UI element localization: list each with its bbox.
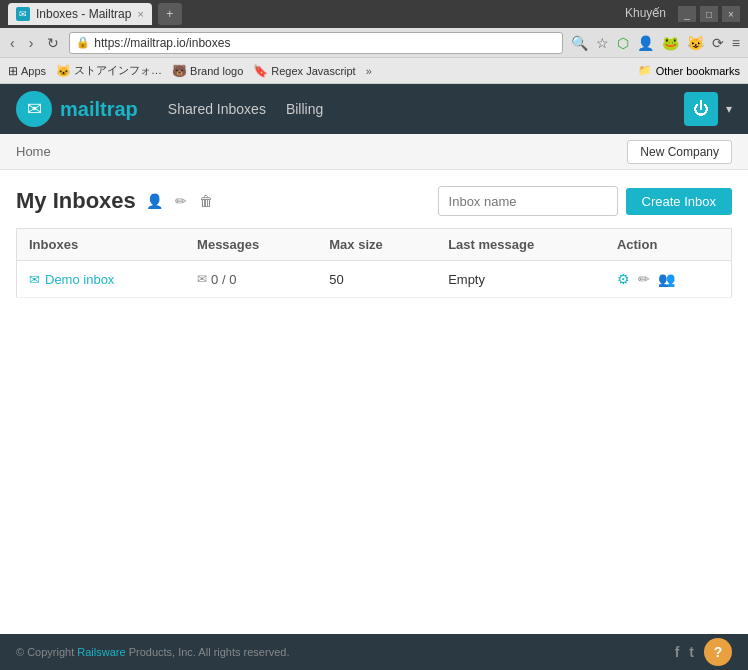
store-bookmark-label: ストアインフォ…	[74, 63, 162, 78]
billing-link[interactable]: Billing	[286, 101, 323, 117]
bookmark-brand[interactable]: 🐻 Brand logo	[172, 64, 243, 78]
demo-inbox-link[interactable]: ✉ Demo inbox	[29, 272, 173, 287]
edit-btn[interactable]: ✏	[638, 271, 650, 287]
brand-bookmark-label: Brand logo	[190, 65, 243, 77]
lock-icon: 🔒	[76, 36, 90, 49]
app-header: ✉ mailtrap Shared Inboxes Billing ⏻ ▾	[0, 84, 748, 134]
tab-close-btn[interactable]: ×	[137, 8, 143, 20]
footer-copyright: © Copyright Railsware Products, Inc. All…	[16, 646, 289, 658]
cell-inbox-name: ✉ Demo inbox	[17, 261, 186, 298]
create-inbox-btn[interactable]: Create Inbox	[626, 188, 732, 215]
app-footer: © Copyright Railsware Products, Inc. All…	[0, 634, 748, 670]
address-bar[interactable]: 🔒 https://mailtrap.io/inboxes	[69, 32, 562, 54]
table-header: Inboxes Messages Max size Last message A…	[17, 229, 732, 261]
other-bookmarks-icon: 📁	[638, 64, 652, 77]
col-lastmessage: Last message	[436, 229, 605, 261]
window-controls: Khuyến _ □ ×	[625, 6, 740, 22]
header-nav: Shared Inboxes Billing	[168, 101, 684, 117]
apps-bookmark-label: Apps	[21, 65, 46, 77]
inboxes-title: My Inboxes	[16, 188, 136, 214]
action-icons: ⚙ ✏ 👥	[617, 271, 719, 287]
emoji1-icon[interactable]: 🐸	[660, 33, 681, 53]
bookmarks-more-btn[interactable]: »	[366, 65, 372, 77]
profile-icon[interactable]: 👤	[635, 33, 656, 53]
browser-titlebar: ✉ Inboxes - Mailtrap × + Khuyến _ □ ×	[0, 0, 748, 28]
emoji2-icon[interactable]: 😺	[685, 33, 706, 53]
message-count: ✉ 0 / 0	[197, 272, 305, 287]
forward-btn[interactable]: ›	[25, 33, 38, 53]
shared-inboxes-link[interactable]: Shared Inboxes	[168, 101, 266, 117]
logo-icon: ✉	[16, 91, 52, 127]
bookmark-store[interactable]: 🐱 ストアインフォ…	[56, 63, 162, 78]
message-count-value: 0 / 0	[211, 272, 236, 287]
users-btn[interactable]: 👥	[658, 271, 675, 287]
bookmark-apps[interactable]: ⊞ Apps	[8, 64, 46, 78]
extensions-icon[interactable]: ⬡	[615, 33, 631, 53]
new-company-btn[interactable]: New Company	[627, 140, 732, 164]
address-text: https://mailtrap.io/inboxes	[94, 36, 230, 50]
col-inboxes: Inboxes	[17, 229, 186, 261]
back2-icon[interactable]: ⟳	[710, 33, 726, 53]
apps-bookmark-icon: ⊞	[8, 64, 18, 78]
breadcrumb-bar: Home New Company	[0, 134, 748, 170]
settings-icon: ⚙	[617, 271, 630, 287]
help-btn[interactable]: ?	[704, 638, 732, 666]
bookmarks-bar: ⊞ Apps 🐱 ストアインフォ… 🐻 Brand logo 🔖 Regex J…	[0, 58, 748, 84]
search-icon[interactable]: 🔍	[569, 33, 590, 53]
star-icon[interactable]: ☆	[594, 33, 611, 53]
header-right: ⏻ ▾	[684, 92, 732, 126]
close-btn[interactable]: ×	[722, 6, 740, 22]
refresh-btn[interactable]: ↻	[43, 33, 63, 53]
person-icon: 👤	[146, 193, 163, 209]
brand-bookmark-icon: 🐻	[172, 64, 187, 78]
store-bookmark-icon: 🐱	[56, 64, 71, 78]
titlebar-left: ✉ Inboxes - Mailtrap × +	[8, 3, 182, 25]
edit-inbox-btn[interactable]: ✏	[173, 191, 189, 211]
facebook-icon[interactable]: f	[675, 644, 680, 660]
cell-messages: ✉ 0 / 0	[185, 261, 317, 298]
browser-tab[interactable]: ✉ Inboxes - Mailtrap ×	[8, 3, 152, 25]
delete-icon: 🗑	[199, 193, 213, 209]
edit-owner-btn[interactable]: 👤	[144, 191, 165, 211]
inbox-name-input[interactable]	[438, 186, 618, 216]
cell-action: ⚙ ✏ 👥	[605, 261, 732, 298]
breadcrumb-home[interactable]: Home	[16, 144, 51, 159]
copyright-rest: Products, Inc. All rights reserved.	[126, 646, 290, 658]
tab-favicon: ✉	[16, 7, 30, 21]
col-maxsize: Max size	[317, 229, 436, 261]
main-wrapper: Home New Company My Inboxes 👤 ✏ 🗑 Create…	[0, 134, 748, 670]
copyright-text: © Copyright	[16, 646, 77, 658]
footer-social: f t ?	[675, 638, 732, 666]
inbox-envelope-icon: ✉	[29, 272, 40, 287]
back-btn[interactable]: ‹	[6, 33, 19, 53]
table-row: ✉ Demo inbox ✉ 0 / 0 50 Empty	[17, 261, 732, 298]
cell-maxsize: 50	[317, 261, 436, 298]
regex-bookmark-icon: 🔖	[253, 64, 268, 78]
inboxes-section: My Inboxes 👤 ✏ 🗑 Create Inbox Inboxes	[0, 170, 748, 298]
message-count-icon: ✉	[197, 272, 207, 286]
new-tab-btn[interactable]: +	[158, 3, 182, 25]
power-btn[interactable]: ⏻	[684, 92, 718, 126]
titlebar-user: Khuyến	[625, 6, 666, 22]
dropdown-arrow-icon[interactable]: ▾	[726, 102, 732, 116]
logo-text-start: mail	[60, 98, 100, 120]
col-action: Action	[605, 229, 732, 261]
bookmark-regex[interactable]: 🔖 Regex Javascript	[253, 64, 355, 78]
logo-text-end: trap	[100, 98, 138, 120]
inboxes-title-area: My Inboxes 👤 ✏ 🗑	[16, 188, 215, 214]
inboxes-actions: Create Inbox	[438, 186, 732, 216]
maximize-btn[interactable]: □	[700, 6, 718, 22]
regex-bookmark-label: Regex Javascript	[271, 65, 355, 77]
other-bookmarks[interactable]: 📁 Other bookmarks	[638, 64, 740, 77]
col-messages: Messages	[185, 229, 317, 261]
minimize-btn[interactable]: _	[678, 6, 696, 22]
settings-btn[interactable]: ⚙	[617, 271, 630, 287]
browser-toolbar: ‹ › ↻ 🔒 https://mailtrap.io/inboxes 🔍 ☆ …	[0, 28, 748, 58]
company-link[interactable]: Railsware	[77, 646, 125, 658]
logo-area: ✉ mailtrap	[16, 91, 138, 127]
delete-inbox-btn[interactable]: 🗑	[197, 191, 215, 211]
table-body: ✉ Demo inbox ✉ 0 / 0 50 Empty	[17, 261, 732, 298]
menu-btn[interactable]: ≡	[730, 33, 742, 53]
twitter-icon[interactable]: t	[689, 644, 694, 660]
tab-title: Inboxes - Mailtrap	[36, 7, 131, 21]
